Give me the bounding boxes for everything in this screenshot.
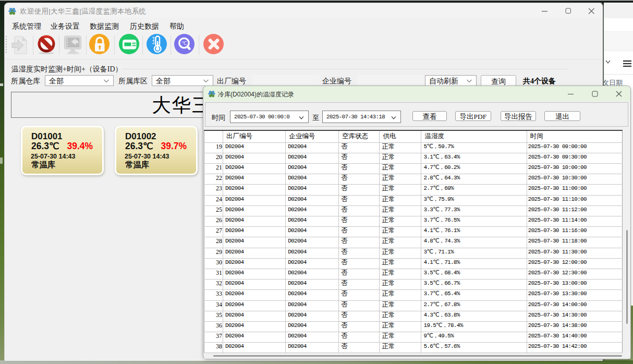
svg-text:℃: ℃ bbox=[181, 41, 187, 46]
